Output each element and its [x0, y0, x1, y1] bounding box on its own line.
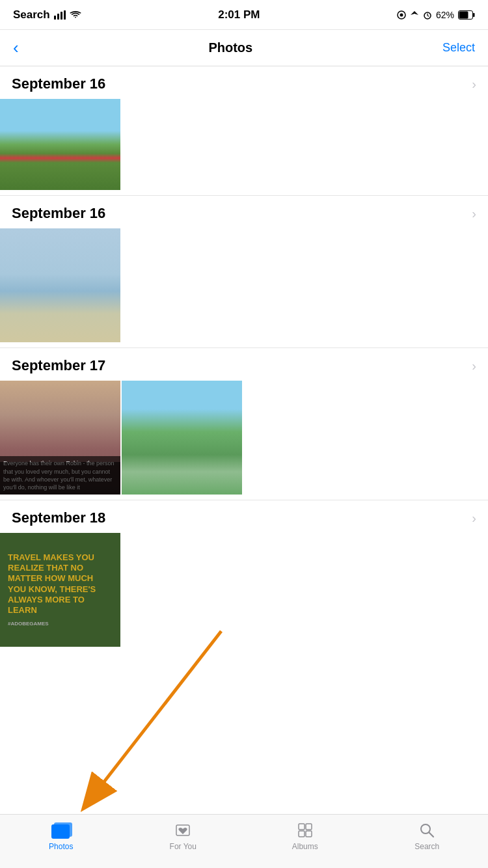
svg-point-5 [400, 13, 403, 16]
lock-icon [397, 10, 406, 20]
back-button[interactable]: ‹ [13, 38, 19, 58]
battery-text: 62% [436, 10, 454, 20]
tab-photos[interactable]: Photos [0, 821, 122, 851]
section-sep16b: September 16 › [0, 196, 488, 228]
chevron-icon-sep16a[interactable]: › [472, 77, 476, 92]
svg-rect-1 [57, 14, 59, 20]
section-title-sep17: September 17 [12, 357, 105, 374]
svg-rect-0 [54, 16, 56, 20]
carrier-text: Search [13, 8, 50, 21]
travel-quote-text: TRAVEL MAKES YOU REALIZE THAT NO MATTER … [8, 552, 113, 616]
svg-rect-13 [299, 824, 305, 830]
location-icon [410, 10, 419, 20]
section-sep17: September 17 › [0, 348, 488, 381]
content-area: September 16 › September 16 › September … [0, 66, 488, 814]
section-sep18: September 18 › [0, 500, 488, 533]
tab-foryou[interactable]: For You [122, 821, 245, 851]
albums-tab-icon [295, 821, 315, 839]
tab-albums[interactable]: Albums [244, 821, 366, 851]
chevron-icon-sep18[interactable]: › [472, 511, 476, 526]
photo-lake1[interactable] [0, 99, 120, 190]
tab-search[interactable]: Search [366, 821, 489, 851]
tab-bar: Photos For You Albums [0, 814, 488, 868]
svg-rect-8 [459, 11, 468, 18]
select-button[interactable]: Select [442, 41, 475, 55]
status-indicators: 62% [397, 10, 475, 20]
nav-bar: ‹ Photos Select [0, 30, 488, 66]
svg-rect-14 [306, 824, 312, 830]
photo-woman-caption: Everyone has their own Robin - the perso… [0, 456, 120, 495]
tab-search-label: Search [414, 842, 439, 851]
chevron-icon-sep16b[interactable]: › [472, 206, 476, 221]
section-title-sep16a: September 16 [12, 75, 105, 92]
tab-albums-label: Albums [292, 842, 318, 851]
foryou-tab-icon [173, 821, 193, 839]
svg-rect-3 [64, 10, 66, 20]
travel-quote-attr: #AdobeGames [8, 621, 113, 627]
svg-line-18 [429, 833, 434, 837]
photos-tab-icon [51, 821, 71, 839]
svg-rect-15 [299, 831, 305, 837]
photos-row-sep16b [0, 228, 488, 347]
svg-rect-2 [61, 12, 62, 20]
section-title-sep18: September 18 [12, 509, 105, 526]
status-time: 2:01 PM [218, 8, 260, 21]
signal-icon [54, 10, 66, 20]
albums-grid-icon [296, 821, 314, 839]
photo-woman[interactable]: Everyone has their own Robin - the perso… [0, 381, 120, 495]
section-sep16a: September 16 › [0, 66, 488, 99]
svg-rect-9 [473, 13, 475, 17]
alarm-icon [423, 10, 432, 20]
svg-rect-16 [306, 831, 312, 837]
photo-park[interactable] [122, 381, 242, 495]
page-title: Photos [208, 40, 252, 55]
heart-book-icon [174, 821, 192, 839]
tab-foryou-label: For You [170, 842, 197, 851]
photos-row-sep17: Everyone has their own Robin - the perso… [0, 381, 488, 500]
photos-row-sep18: TRAVEL MAKES YOU REALIZE THAT NO MATTER … [0, 533, 488, 652]
photo-travel-quote[interactable]: TRAVEL MAKES YOU REALIZE THAT NO MATTER … [0, 533, 120, 647]
battery-icon [458, 10, 475, 20]
chevron-icon-sep17[interactable]: › [472, 359, 476, 373]
photo-lake2[interactable] [0, 228, 120, 342]
section-title-sep16b: September 16 [12, 205, 105, 222]
photos-row-sep16a [0, 99, 488, 195]
photos-folder-icon [51, 821, 71, 839]
tab-photos-label: Photos [49, 842, 73, 851]
search-magnifier-icon [418, 821, 436, 839]
status-carrier: Search [13, 8, 81, 21]
status-bar: Search 2:01 PM 62% [0, 0, 488, 30]
wifi-icon [70, 10, 81, 20]
search-tab-icon [417, 821, 437, 839]
